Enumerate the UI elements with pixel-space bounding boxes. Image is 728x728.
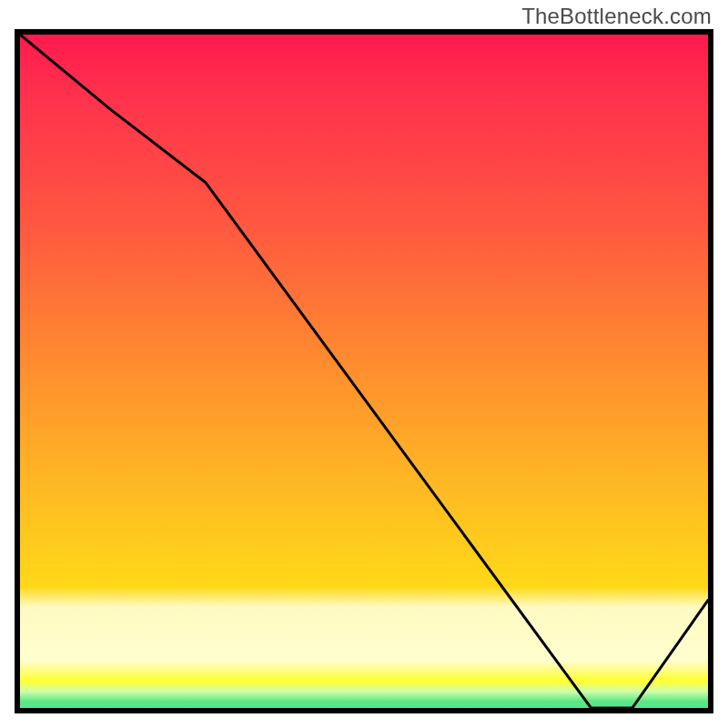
chart-stage: TheBottleneck.com	[0, 0, 728, 728]
watermark-text: TheBottleneck.com	[521, 4, 712, 29]
bottleneck-curve	[20, 35, 708, 708]
chart-plot-area	[15, 29, 713, 713]
